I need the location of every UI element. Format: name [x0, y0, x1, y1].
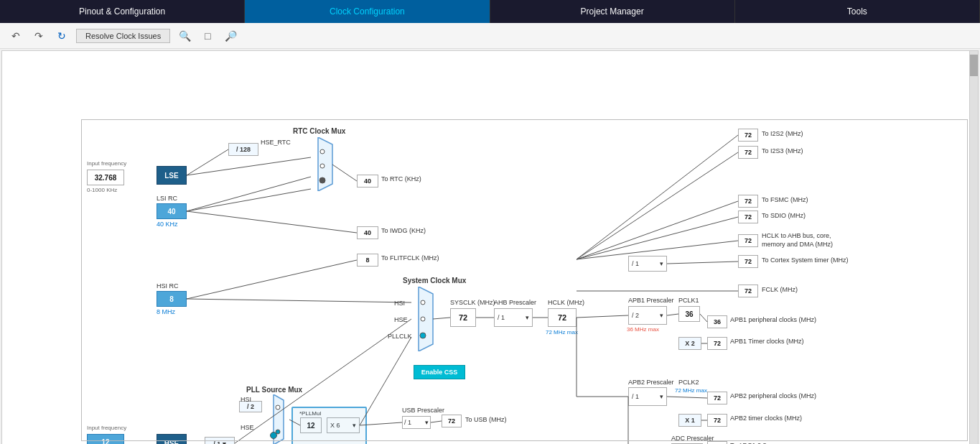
tab-tools[interactable]: Tools: [735, 0, 980, 23]
top-nav: Pinout & Configuration Clock Configurati…: [0, 0, 980, 23]
svg-line-25: [667, 314, 678, 315]
zoom-out-button[interactable]: 🔎: [222, 27, 239, 45]
pclk1-value: 36: [678, 306, 700, 322]
input-freq-lse-label: Input frequency: [87, 160, 126, 167]
rtc-clock-mux-label: RTC Clock Mux: [293, 127, 345, 135]
pll-hse-radio[interactable]: [270, 432, 277, 439]
hclk-ahb-value: 72: [738, 234, 758, 247]
sysclk-mux-shape: [411, 287, 440, 351]
cortex-value: 72: [738, 255, 758, 268]
hse-prediv-block[interactable]: / 1 ▾: [205, 437, 235, 444]
svg-point-1: [320, 149, 325, 154]
svg-line-14: [187, 211, 357, 233]
rtc-mux-shape: [311, 137, 340, 191]
sysclk-value: 72: [450, 308, 476, 327]
svg-line-12: [187, 177, 311, 211]
to-i2s3-label: To I2S3 (MHz): [762, 147, 803, 154]
clock-diagram: Input frequency 32.768 0-1000 KHz LSE LS…: [2, 51, 978, 444]
tab-clock[interactable]: Clock Configuration: [245, 0, 490, 23]
apb2-prescaler-select[interactable]: / 1 ▾: [628, 387, 667, 406]
resolve-clock-issues-button[interactable]: Resolve Clock Issues: [76, 29, 170, 43]
apb1-x2-block: X 2: [678, 337, 701, 350]
svg-point-2: [320, 164, 325, 168]
apb1-peripheral-label: APB1 peripheral clocks (MHz): [730, 316, 816, 323]
lsi-rc-label: LSI RC: [157, 195, 177, 202]
to-flitfclk-value: 8: [357, 254, 378, 267]
usb-prescaler-select[interactable]: / 1 ▾: [402, 416, 431, 429]
svg-line-16: [187, 299, 411, 302]
svg-point-9: [276, 405, 280, 410]
cortex-label: To Cortex System timer (MHz): [762, 256, 849, 264]
apb1-prescaler-select[interactable]: / 2 ▾: [628, 306, 667, 325]
enable-css-button[interactable]: Enable CSS: [414, 365, 465, 379]
to-iwdg-label: To IWDG (KHz): [381, 227, 426, 234]
apb1-max-label: 36 MHz max: [627, 326, 659, 333]
to-sdio-label: To SDIO (MHz): [762, 212, 806, 219]
undo-button[interactable]: ↶: [7, 27, 24, 45]
apb2-prescaler-label: APB2 Prescaler: [628, 379, 674, 386]
lse-freq-value[interactable]: 32.768: [87, 170, 124, 185]
hclk-max-label: 72 MHz max: [546, 329, 578, 336]
adc-value: 36: [707, 441, 727, 444]
to-fsmc-value: 72: [738, 195, 758, 208]
hsi-mux-label: HSI: [394, 300, 405, 307]
scrollbar-thumb[interactable]: [970, 55, 978, 76]
pclk2-max-label: 72 MHz max: [675, 387, 707, 394]
svg-line-15: [187, 260, 357, 299]
vertical-scrollbar[interactable]: [969, 51, 978, 444]
fclk-value: 72: [738, 285, 758, 297]
svg-line-26: [700, 314, 707, 322]
main-diagram-area: Input frequency 32.768 0-1000 KHz LSE LS…: [1, 50, 979, 444]
zoom-in-button[interactable]: 🔍: [176, 27, 193, 45]
apb1-prescaler-label: APB1 Prescaler: [628, 297, 674, 304]
apb1-timer-label: APB1 Timer clocks (MHz): [730, 338, 804, 345]
pllclk-mux-label: PLLCLK: [388, 333, 412, 340]
diagram-border: [81, 119, 968, 441]
svg-point-6: [421, 317, 425, 321]
svg-line-28: [667, 397, 707, 398]
hse-rtc-label: HSE_RTC: [261, 139, 291, 146]
tab-project[interactable]: Project Manager: [490, 0, 735, 23]
hse-128-div-block: / 128: [228, 143, 258, 156]
hse-block: HSE: [157, 434, 187, 444]
apb1-peripheral-val: 36: [707, 315, 727, 328]
usb-label: To USB (MHz): [465, 416, 507, 423]
ahb-prescaler-select[interactable]: / 1 ▾: [494, 308, 533, 327]
refresh-button[interactable]: ↻: [53, 27, 70, 45]
lse-block: LSE: [157, 166, 187, 185]
apb2-x1-block: X 1: [678, 414, 701, 427]
svg-line-13: [187, 189, 311, 211]
svg-line-33: [577, 135, 738, 259]
to-flitfclk-label: To FLITFCLK (MHz): [381, 254, 439, 262]
hse-freq-value[interactable]: 12: [87, 434, 124, 444]
svg-point-5: [421, 300, 425, 305]
system-clock-mux-label: System Clock Mux: [403, 277, 466, 285]
to-fsmc-label: To FSMC (MHz): [762, 196, 808, 203]
redo-button[interactable]: ↷: [30, 27, 47, 45]
to-rtc-value: 40: [357, 175, 378, 188]
cortex-div-select[interactable]: / 1 ▾: [628, 256, 667, 272]
apb1-timer-val: 72: [707, 337, 727, 350]
hsi-rc-label: HSI RC: [157, 282, 179, 290]
hclk-value: 72: [548, 308, 577, 327]
hsi-rc-value-block: 8: [157, 291, 187, 307]
svg-line-38: [667, 262, 738, 264]
pll-hse-label: HSE: [241, 424, 254, 431]
hclk-label: HCLK (MHz): [548, 299, 584, 306]
lsi-rc-unit: 40 KHz: [157, 221, 178, 228]
svg-line-36: [577, 217, 738, 259]
svg-line-41: [431, 421, 442, 422]
pll-box: [291, 407, 367, 444]
svg-line-22: [577, 315, 628, 318]
lsi-rc-value-block: 40: [157, 203, 187, 219]
toolbar: ↶ ↷ ↻ Resolve Clock Issues 🔍 □ 🔎: [0, 23, 980, 49]
svg-point-7: [420, 333, 426, 338]
svg-marker-0: [318, 137, 332, 191]
usb-prescaler-label: USB Prescaler: [402, 407, 444, 414]
to-i2s2-label: To I2S2 (MHz): [762, 130, 803, 137]
tab-pinout[interactable]: Pinout & Configuration: [0, 0, 245, 23]
lse-range-label: 0-1000 KHz: [87, 187, 117, 193]
apb2-peripheral-label: APB2 peripheral clocks (MHz): [730, 392, 816, 399]
hse-mux-label: HSE: [394, 316, 408, 323]
fit-button[interactable]: □: [199, 27, 216, 45]
